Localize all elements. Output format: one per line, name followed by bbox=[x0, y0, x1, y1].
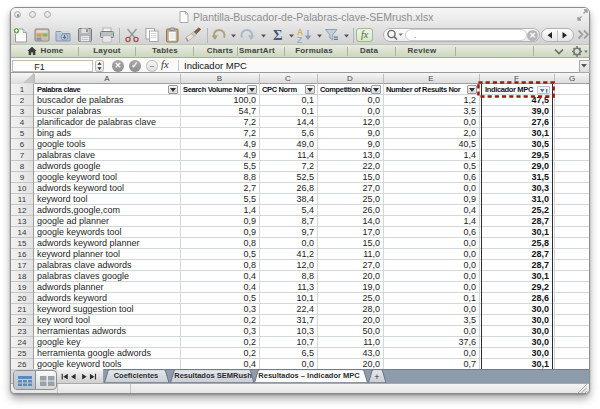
svg-text:+: + bbox=[374, 372, 379, 382]
svg-text:Σ: Σ bbox=[273, 27, 282, 43]
svg-text:Z: Z bbox=[297, 35, 302, 45]
